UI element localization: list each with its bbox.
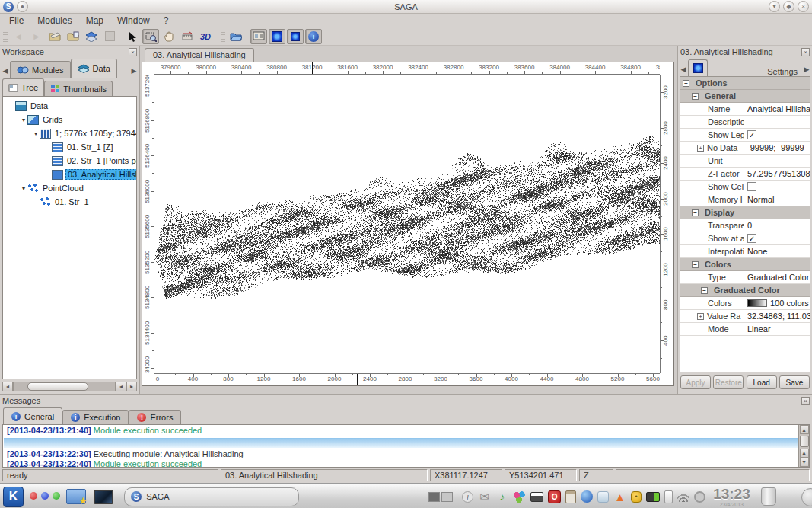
checkbox[interactable]	[747, 182, 756, 191]
menu-map[interactable]: Map	[86, 15, 103, 26]
property-value[interactable]	[744, 182, 810, 191]
zoom-tool-button[interactable]	[142, 29, 159, 44]
collapse-icon[interactable]: −	[692, 209, 699, 216]
window-menu-button[interactable]: ●	[17, 1, 28, 12]
workspace-close-icon[interactable]: ×	[129, 48, 137, 56]
property-value[interactable]: None	[744, 247, 810, 256]
pointer-tool-button[interactable]	[124, 29, 141, 44]
toolbar-handle2[interactable]	[221, 30, 225, 43]
collapse-icon[interactable]: −	[701, 287, 708, 294]
property-row[interactable]: Description	[680, 116, 810, 129]
clipboard-icon[interactable]	[565, 490, 576, 503]
property-category[interactable]: −Graduated Color	[680, 284, 810, 297]
property-value[interactable]: Graduated Color	[744, 273, 810, 282]
tab-data[interactable]: Data	[71, 59, 117, 78]
tree-item[interactable]: ▾PointCloud	[3, 181, 136, 195]
tabs-scroll-right-icon[interactable]: ▶	[129, 64, 139, 78]
close-button[interactable]: ×	[798, 1, 809, 12]
tab-tree[interactable]: Tree	[2, 78, 44, 96]
minimize-button[interactable]: ▾	[769, 1, 780, 12]
launcher-red-icon[interactable]	[30, 492, 37, 500]
plasma-cashew-icon[interactable]	[801, 488, 812, 506]
tree-expander-icon[interactable]: ▾	[20, 185, 27, 192]
ptabs-scroll-left-icon[interactable]: ◀	[679, 62, 688, 76]
tree-hscrollbar[interactable]: ◂ ◂ ▸	[2, 381, 137, 392]
log-scroll-thumb[interactable]	[800, 436, 809, 447]
info-icon[interactable]: i	[462, 491, 473, 503]
tree-item[interactable]: 03. Analytical Hillshading	[3, 168, 136, 181]
object-properties-button[interactable]: i	[305, 29, 322, 44]
property-value[interactable]: 100 colors	[744, 299, 810, 308]
im-client-icon[interactable]	[581, 490, 593, 503]
power-manager-icon[interactable]: O	[548, 490, 561, 503]
property-value[interactable]: -99999; -99999	[744, 143, 810, 152]
tree-item[interactable]: 01. Str_1	[3, 195, 136, 209]
property-category[interactable]: −General	[680, 90, 810, 103]
tab-settings[interactable]	[688, 59, 708, 76]
map-window-tab[interactable]: 03. Analytical Hillshading	[145, 48, 254, 62]
messages-close-icon[interactable]: ×	[801, 397, 810, 405]
property-row[interactable]: Z-Factor57.29577951308	[680, 168, 810, 181]
log-selected-row[interactable]	[4, 438, 798, 448]
tabs-scroll-left-icon[interactable]: ◀	[1, 64, 10, 78]
zoom-next-button[interactable]: ►	[28, 29, 45, 44]
property-value[interactable]: 57.29577951308	[744, 169, 810, 178]
scroll-left2-icon[interactable]: ◂	[116, 382, 126, 391]
tree-item[interactable]: Data	[3, 99, 136, 113]
launcher-green-icon[interactable]	[53, 492, 60, 500]
property-category[interactable]: −Options	[680, 77, 810, 90]
property-value[interactable]: 32.34863; 111.03	[744, 312, 810, 321]
maximize-button[interactable]: ◆	[783, 1, 794, 12]
taskbar-clock[interactable]: 13:23 23/4/2013	[713, 487, 750, 507]
scroll-thumb[interactable]	[27, 382, 88, 391]
property-row[interactable]: Colors100 colors	[680, 297, 810, 310]
property-value[interactable]: Normal	[744, 195, 810, 204]
tab-modules[interactable]: Modules	[10, 61, 71, 78]
tree-item[interactable]: ▾Grids	[3, 113, 136, 126]
property-row[interactable]: Show at all✓	[680, 232, 810, 245]
log-line[interactable]: [2013-04-23/13:22:30] Executing module: …	[7, 449, 794, 459]
device-icon[interactable]	[664, 490, 673, 503]
property-row[interactable]: Show Legend✓	[680, 129, 810, 142]
expand-icon[interactable]: +	[697, 313, 704, 320]
menu-window[interactable]: Window	[117, 15, 150, 26]
show-map-button[interactable]	[269, 29, 285, 44]
tree-expander-icon[interactable]: ▾	[32, 130, 40, 137]
property-row[interactable]: Transparenc0	[680, 219, 810, 232]
tree-expander-icon[interactable]: ▾	[20, 117, 27, 123]
log-line[interactable]: [2013-04-23/13:21:40] Module execution s…	[7, 426, 794, 436]
scroll-up-icon[interactable]: ▴	[800, 425, 809, 434]
expand-icon[interactable]: +	[697, 145, 704, 152]
launcher-blue-icon[interactable]	[41, 492, 49, 500]
3d-view-button[interactable]: 3D	[197, 29, 214, 44]
property-value[interactable]: Linear	[744, 324, 810, 334]
scroll-left-icon[interactable]: ◂	[2, 382, 13, 391]
show-map2-button[interactable]	[287, 29, 304, 44]
open-button[interactable]	[46, 29, 63, 44]
property-value[interactable]: ✓	[744, 130, 810, 139]
property-value[interactable]: Analytical Hillshading	[744, 104, 810, 113]
property-value[interactable]: 0	[744, 221, 810, 230]
print-button[interactable]	[101, 29, 118, 44]
property-row[interactable]: TypeGraduated Color	[680, 271, 810, 284]
tab-errors[interactable]: !Errors	[129, 410, 181, 424]
scroll-up2-icon[interactable]: ▴	[800, 449, 809, 458]
map-window[interactable]: 3796003800003804003808003812003816003820…	[142, 62, 674, 386]
map-canvas[interactable]	[154, 75, 660, 373]
property-row[interactable]: InterpolatioNone	[680, 245, 810, 258]
menu-modules[interactable]: Modules	[37, 15, 72, 26]
toolbar-handle[interactable]	[3, 30, 8, 43]
tab-execution[interactable]: iExecution	[62, 410, 129, 424]
menu-help[interactable]: ?	[164, 15, 169, 26]
session-icon[interactable]	[597, 491, 609, 503]
property-row[interactable]: NameAnalytical Hillshading	[680, 103, 810, 116]
network-icon[interactable]	[694, 491, 705, 503]
tab-thumbnails[interactable]: Thumbnails	[44, 81, 113, 96]
scroll-down-icon[interactable]: ▾	[800, 458, 809, 467]
property-row[interactable]: ModeLinear	[680, 323, 810, 336]
ptabs-scroll-right-icon[interactable]: ▶	[802, 62, 811, 76]
property-category[interactable]: −Display	[680, 206, 810, 219]
log-line[interactable]: [2013-04-23/13:22:40] Module execution s…	[7, 459, 794, 468]
property-row[interactable]: +No Data-99999; -99999	[680, 142, 810, 155]
zoom-previous-button[interactable]: ◄	[10, 29, 27, 44]
